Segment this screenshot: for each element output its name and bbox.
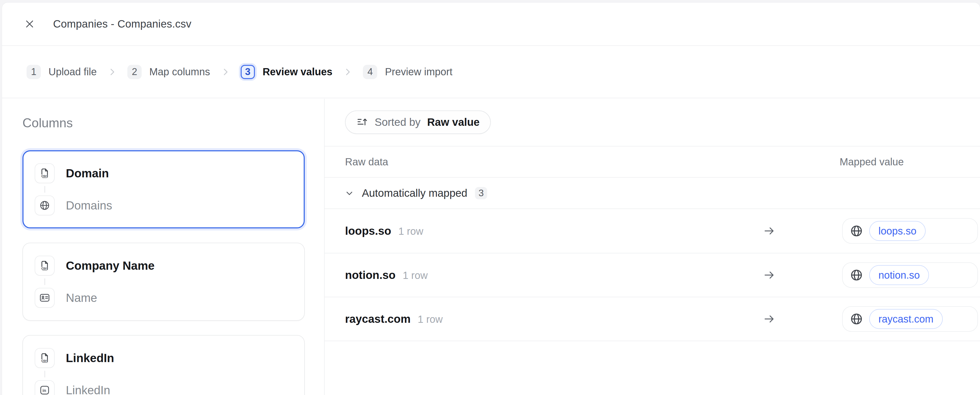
card-target-label: Name [66, 291, 97, 305]
table-row: notion.so 1 row notion.so [325, 253, 980, 297]
raw-value: raycast.com [345, 312, 410, 325]
card-source-label: Domain [66, 166, 109, 180]
step-label: Map columns [149, 66, 210, 78]
arrow-right-icon [762, 312, 776, 326]
contact-card-icon [35, 288, 55, 308]
step-label: Preview import [385, 66, 452, 78]
svg-text:CSV: CSV [41, 175, 47, 178]
mapped-domain-chip[interactable]: notion.so [869, 265, 929, 285]
globe-icon [850, 312, 864, 326]
chevron-down-icon [345, 188, 354, 198]
mapped-domain-chip[interactable]: loops.so [869, 221, 926, 241]
csv-file-icon: CSV [35, 163, 55, 183]
step-number-badge: 3 [241, 65, 255, 79]
table-row: raycast.com 1 row raycast.com [325, 297, 980, 341]
card-target-label: LinkedIn [66, 383, 110, 395]
card-target-label: Domains [66, 199, 112, 212]
table-header-row: Raw data Mapped value [325, 146, 980, 178]
row-count-label: 1 row [398, 226, 423, 237]
step-number-badge: 1 [27, 65, 41, 79]
dialog-header: Companies - Companies.csv [2, 3, 980, 46]
step-preview-import[interactable]: 4 Preview import [363, 65, 452, 79]
raw-value-cell: raycast.com 1 row [345, 312, 443, 325]
raw-data-header: Raw data [345, 156, 388, 168]
tile-connector [45, 371, 45, 377]
row-count-label: 1 row [403, 270, 428, 281]
group-count-badge: 3 [475, 187, 487, 199]
arrow-right-icon [762, 224, 776, 237]
card-source-label: LinkedIn [66, 351, 114, 365]
tile-connector [45, 186, 45, 193]
import-dialog: Companies - Companies.csv 1 Upload file … [2, 3, 980, 395]
raw-value: loops.so [345, 225, 391, 237]
svg-text:in: in [43, 388, 46, 393]
globe-icon [850, 268, 864, 282]
step-label: Review values [262, 66, 332, 78]
tile-connector [45, 279, 45, 285]
sort-button[interactable]: Sorted by Raw value [345, 110, 491, 134]
csv-file-icon: CSV [35, 348, 55, 368]
close-icon[interactable] [22, 16, 37, 32]
import-stepper: 1 Upload file 2 Map columns 3 Review val… [2, 46, 980, 98]
svg-text:CSV: CSV [41, 267, 47, 270]
step-number-badge: 4 [363, 65, 377, 79]
automatically-mapped-group-toggle[interactable]: Automatically mapped 3 [325, 178, 980, 209]
step-map-columns[interactable]: 2 Map columns [127, 65, 210, 79]
chevron-right-icon [220, 67, 231, 77]
dialog-title: Companies - Companies.csv [53, 18, 191, 30]
linkedin-icon: in [35, 380, 55, 395]
raw-value-cell: notion.so 1 row [345, 269, 428, 282]
csv-file-icon: CSV [35, 256, 55, 276]
table-row: loops.so 1 row loops.so [325, 209, 980, 253]
mapped-value-cell[interactable]: raycast.com [842, 306, 978, 332]
row-count-label: 1 row [418, 314, 443, 325]
group-label: Automatically mapped [362, 187, 467, 199]
review-values-pane: Sorted by Raw value Raw data Mapped valu… [325, 99, 980, 395]
mapped-value-cell[interactable]: loops.so [842, 218, 978, 244]
column-card-company-name[interactable]: CSV Company Name [22, 243, 305, 321]
column-card-linkedin[interactable]: CSV LinkedIn in LinkedIn [22, 335, 305, 395]
mapped-value-header: Mapped value [840, 156, 904, 168]
step-number-badge: 2 [127, 65, 142, 79]
globe-icon [35, 196, 55, 215]
sidebar-heading: Columns [22, 116, 305, 131]
mapped-value-cell[interactable]: notion.so [842, 262, 978, 288]
column-card-domain[interactable]: CSV Domain Domains [22, 150, 305, 228]
sort-ascending-icon [356, 116, 368, 128]
step-upload-file[interactable]: 1 Upload file [27, 65, 97, 79]
sort-value-label: Raw value [427, 116, 479, 128]
review-table: Raw data Mapped value Automatically mapp… [325, 146, 980, 341]
svg-text:CSV: CSV [41, 360, 47, 362]
card-source-label: Company Name [66, 259, 155, 272]
columns-sidebar: Columns CSV Domain [2, 99, 325, 395]
mapped-domain-chip[interactable]: raycast.com [869, 309, 943, 329]
step-label: Upload file [48, 66, 97, 78]
step-review-values[interactable]: 3 Review values [241, 65, 332, 79]
arrow-right-icon [762, 268, 776, 282]
raw-value-cell: loops.so 1 row [345, 225, 423, 237]
raw-value: notion.so [345, 269, 396, 282]
chevron-right-icon [342, 67, 353, 77]
chevron-right-icon [107, 67, 117, 77]
globe-icon [850, 224, 864, 238]
sort-prefix-label: Sorted by [375, 116, 421, 128]
